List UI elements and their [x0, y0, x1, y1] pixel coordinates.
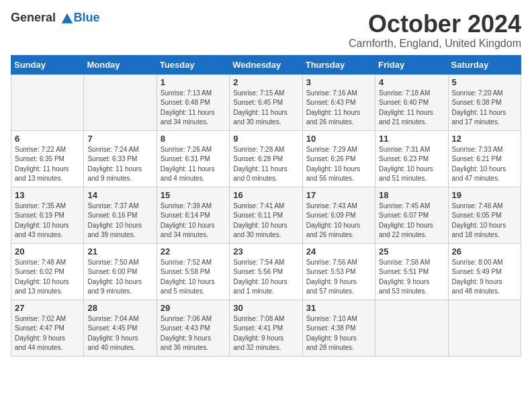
day-header-wednesday: Wednesday — [230, 55, 302, 74]
calendar-cell: 7Sunrise: 7:24 AM Sunset: 6:33 PM Daylig… — [84, 130, 157, 187]
cell-info: Sunrise: 7:22 AM Sunset: 6:35 PM Dayligh… — [15, 145, 80, 184]
calendar-cell: 19Sunrise: 7:46 AM Sunset: 6:05 PM Dayli… — [448, 187, 521, 243]
calendar-cell: 2Sunrise: 7:15 AM Sunset: 6:45 PM Daylig… — [230, 74, 302, 130]
cell-info: Sunrise: 7:35 AM Sunset: 6:19 PM Dayligh… — [15, 201, 80, 240]
cell-info: Sunrise: 7:54 AM Sunset: 5:56 PM Dayligh… — [233, 258, 298, 297]
calendar-cell: 12Sunrise: 7:33 AM Sunset: 6:21 PM Dayli… — [448, 130, 521, 187]
day-number: 15 — [161, 190, 226, 200]
cell-info: Sunrise: 7:10 AM Sunset: 4:38 PM Dayligh… — [306, 314, 371, 353]
calendar-cell: 8Sunrise: 7:26 AM Sunset: 6:31 PM Daylig… — [157, 130, 229, 187]
day-header-thursday: Thursday — [302, 55, 375, 74]
cell-info: Sunrise: 7:04 AM Sunset: 4:45 PM Dayligh… — [87, 314, 152, 353]
day-number: 25 — [379, 246, 444, 257]
calendar-cell: 14Sunrise: 7:37 AM Sunset: 6:16 PM Dayli… — [84, 187, 157, 243]
cell-info: Sunrise: 7:33 AM Sunset: 6:21 PM Dayligh… — [452, 145, 517, 184]
logo-blue-text: Blue — [74, 11, 100, 24]
cell-info: Sunrise: 7:56 AM Sunset: 5:53 PM Dayligh… — [306, 258, 371, 297]
calendar-cell: 23Sunrise: 7:54 AM Sunset: 5:56 PM Dayli… — [230, 243, 302, 300]
calendar-week-row: 20Sunrise: 7:48 AM Sunset: 6:02 PM Dayli… — [11, 243, 521, 300]
day-number: 26 — [452, 246, 517, 257]
day-number: 14 — [87, 190, 152, 200]
cell-info: Sunrise: 7:50 AM Sunset: 6:00 PM Dayligh… — [87, 258, 152, 297]
day-number: 1 — [161, 77, 226, 87]
day-number: 29 — [161, 303, 226, 313]
calendar-cell: 10Sunrise: 7:29 AM Sunset: 6:26 PM Dayli… — [302, 130, 375, 187]
calendar-cell: 22Sunrise: 7:52 AM Sunset: 5:58 PM Dayli… — [157, 243, 229, 300]
cell-info: Sunrise: 7:29 AM Sunset: 6:26 PM Dayligh… — [306, 145, 371, 184]
day-header-tuesday: Tuesday — [157, 55, 229, 74]
day-number: 18 — [379, 190, 444, 200]
calendar-cell: 24Sunrise: 7:56 AM Sunset: 5:53 PM Dayli… — [302, 243, 375, 300]
calendar-cell — [448, 300, 521, 356]
title-block: October 2024 Carnforth, England, United … — [349, 11, 521, 50]
day-header-friday: Friday — [375, 55, 448, 74]
calendar-cell: 18Sunrise: 7:45 AM Sunset: 6:07 PM Dayli… — [375, 187, 448, 243]
calendar-cell: 20Sunrise: 7:48 AM Sunset: 6:02 PM Dayli… — [11, 243, 84, 300]
day-number: 9 — [233, 134, 298, 144]
calendar-cell: 9Sunrise: 7:28 AM Sunset: 6:28 PM Daylig… — [230, 130, 302, 187]
cell-info: Sunrise: 7:26 AM Sunset: 6:31 PM Dayligh… — [161, 145, 226, 184]
calendar-cell: 6Sunrise: 7:22 AM Sunset: 6:35 PM Daylig… — [11, 130, 84, 187]
logo-icon — [60, 12, 74, 26]
day-number: 6 — [15, 134, 80, 144]
day-number: 5 — [452, 77, 517, 87]
calendar-cell: 16Sunrise: 7:41 AM Sunset: 6:11 PM Dayli… — [230, 187, 302, 243]
calendar-week-row: 1Sunrise: 7:13 AM Sunset: 6:48 PM Daylig… — [11, 74, 521, 130]
cell-info: Sunrise: 7:15 AM Sunset: 6:45 PM Dayligh… — [233, 89, 298, 128]
day-number: 12 — [452, 134, 517, 144]
day-number: 13 — [15, 190, 80, 200]
cell-info: Sunrise: 7:46 AM Sunset: 6:05 PM Dayligh… — [452, 201, 517, 240]
day-number: 31 — [306, 303, 371, 313]
calendar-cell: 30Sunrise: 7:08 AM Sunset: 4:41 PM Dayli… — [230, 300, 302, 356]
day-number: 16 — [233, 190, 298, 200]
calendar-cell: 31Sunrise: 7:10 AM Sunset: 4:38 PM Dayli… — [302, 300, 375, 356]
calendar-table: SundayMondayTuesdayWednesdayThursdayFrid… — [11, 55, 521, 357]
day-number: 28 — [87, 303, 152, 313]
day-number: 20 — [15, 246, 80, 257]
cell-info: Sunrise: 7:39 AM Sunset: 6:14 PM Dayligh… — [161, 201, 226, 240]
logo: General Blue — [11, 11, 100, 26]
day-number: 22 — [161, 246, 226, 257]
calendar-cell: 26Sunrise: 8:00 AM Sunset: 5:49 PM Dayli… — [448, 243, 521, 300]
calendar-cell: 27Sunrise: 7:02 AM Sunset: 4:47 PM Dayli… — [11, 300, 84, 356]
cell-info: Sunrise: 7:18 AM Sunset: 6:40 PM Dayligh… — [379, 89, 444, 128]
cell-info: Sunrise: 7:06 AM Sunset: 4:43 PM Dayligh… — [161, 314, 226, 353]
cell-info: Sunrise: 7:52 AM Sunset: 5:58 PM Dayligh… — [161, 258, 226, 297]
cell-info: Sunrise: 7:08 AM Sunset: 4:41 PM Dayligh… — [233, 314, 298, 353]
day-number: 4 — [379, 77, 444, 87]
day-number: 11 — [379, 134, 444, 144]
cell-info: Sunrise: 7:31 AM Sunset: 6:23 PM Dayligh… — [379, 145, 444, 184]
day-number: 19 — [452, 190, 517, 200]
logo-general-text: General — [11, 11, 56, 24]
cell-info: Sunrise: 7:20 AM Sunset: 6:38 PM Dayligh… — [452, 89, 517, 128]
calendar-header-row: SundayMondayTuesdayWednesdayThursdayFrid… — [11, 55, 521, 74]
calendar-cell: 13Sunrise: 7:35 AM Sunset: 6:19 PM Dayli… — [11, 187, 84, 243]
day-number: 27 — [15, 303, 80, 313]
cell-info: Sunrise: 7:28 AM Sunset: 6:28 PM Dayligh… — [233, 145, 298, 184]
day-number: 30 — [233, 303, 298, 313]
day-number: 21 — [87, 246, 152, 257]
calendar-cell: 15Sunrise: 7:39 AM Sunset: 6:14 PM Dayli… — [157, 187, 229, 243]
cell-info: Sunrise: 7:02 AM Sunset: 4:47 PM Dayligh… — [15, 314, 80, 353]
calendar-cell: 29Sunrise: 7:06 AM Sunset: 4:43 PM Dayli… — [157, 300, 229, 356]
day-number: 24 — [306, 246, 371, 257]
calendar-cell: 5Sunrise: 7:20 AM Sunset: 6:38 PM Daylig… — [448, 74, 521, 130]
calendar-week-row: 6Sunrise: 7:22 AM Sunset: 6:35 PM Daylig… — [11, 130, 521, 187]
calendar-cell: 25Sunrise: 7:58 AM Sunset: 5:51 PM Dayli… — [375, 243, 448, 300]
cell-info: Sunrise: 7:43 AM Sunset: 6:09 PM Dayligh… — [306, 201, 371, 240]
day-header-saturday: Saturday — [448, 55, 521, 74]
cell-info: Sunrise: 7:41 AM Sunset: 6:11 PM Dayligh… — [233, 201, 298, 240]
month-title: October 2024 — [349, 11, 521, 38]
calendar-cell — [375, 300, 448, 356]
day-number: 10 — [306, 134, 371, 144]
cell-info: Sunrise: 8:00 AM Sunset: 5:49 PM Dayligh… — [452, 258, 517, 297]
calendar-cell: 1Sunrise: 7:13 AM Sunset: 6:48 PM Daylig… — [157, 74, 229, 130]
cell-info: Sunrise: 7:16 AM Sunset: 6:43 PM Dayligh… — [306, 89, 371, 128]
location-title: Carnforth, England, United Kingdom — [349, 38, 521, 50]
day-number: 7 — [87, 134, 152, 144]
calendar-cell — [11, 74, 84, 130]
cell-info: Sunrise: 7:48 AM Sunset: 6:02 PM Dayligh… — [15, 258, 80, 297]
cell-info: Sunrise: 7:45 AM Sunset: 6:07 PM Dayligh… — [379, 201, 444, 240]
day-number: 17 — [306, 190, 371, 200]
day-number: 23 — [233, 246, 298, 257]
